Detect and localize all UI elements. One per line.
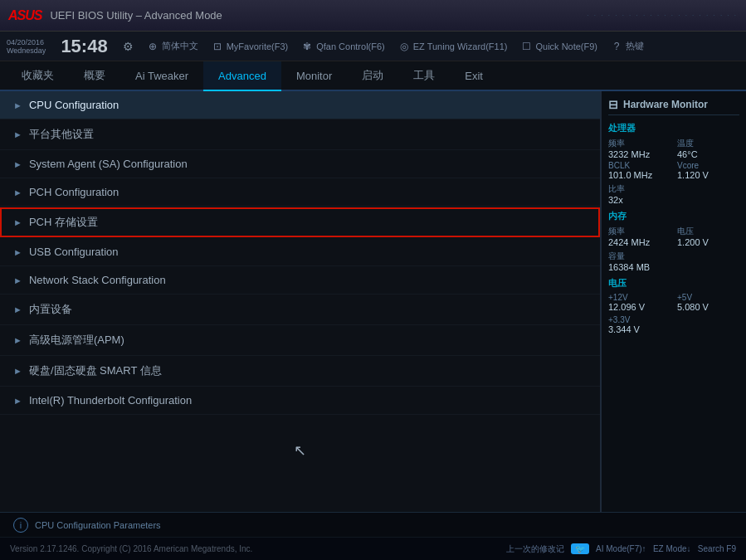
nav-tabs: 收藏夹 概要 Ai Tweaker Advanced Monitor 启动 工具… xyxy=(0,61,746,91)
hw-5v-label: +5V xyxy=(677,293,739,302)
hw-mem-volt-label: 电压 xyxy=(677,226,739,237)
menu-item-system-agent[interactable]: ► System Agent (SA) Configuration xyxy=(0,150,600,178)
menu-item-pch-config[interactable]: ► PCH Configuration xyxy=(0,178,600,207)
info-bar: 04/20/2016 Wednesday 15:48 ⚙ ⊕ 简体中文 ⊡ My… xyxy=(0,32,746,61)
menu-item-label: Intel(R) Thunderbolt Configuration xyxy=(29,394,192,407)
bulb-icon: ◎ xyxy=(398,41,410,52)
hw-ratio-block: 比率 32x xyxy=(608,183,739,205)
arrow-icon: ► xyxy=(13,335,22,345)
monitor-sidebar-icon: ⊟ xyxy=(608,98,618,111)
day-label: Wednesday xyxy=(7,46,46,55)
tab-advanced[interactable]: Advanced xyxy=(203,61,281,91)
menu-item-label: CPU Configuration xyxy=(29,99,119,111)
hw-freq-value: 3232 MHz xyxy=(608,149,670,159)
arrow-icon: ► xyxy=(13,247,22,257)
menu-item-builtin[interactable]: ► 内置设备 xyxy=(0,295,600,325)
hw-vcore-label: Vcore xyxy=(677,161,739,170)
menu-item-label: 高级电源管理(APM) xyxy=(29,333,124,348)
menu-item-cpu-config[interactable]: ► CPU Configuration xyxy=(0,91,600,119)
info-icon: i xyxy=(13,518,28,533)
asus-logo: ASUS xyxy=(8,8,41,23)
hw-memory-title: 内存 xyxy=(608,210,739,222)
hw-mem-freq-label: 频率 xyxy=(608,226,670,237)
hw-mem-volt-value: 1.200 V xyxy=(677,237,739,247)
hw-monitor-panel: ⊟ Hardware Monitor 处理器 频率 3232 MHz 温度 46… xyxy=(601,91,746,512)
tab-favorites[interactable]: 收藏夹 xyxy=(7,61,69,91)
menu-item-label: 平台其他设置 xyxy=(29,127,94,142)
qfan-button[interactable]: ✾ Qfan Control(F6) xyxy=(301,41,385,52)
main-layout: ► CPU Configuration ► 平台其他设置 ► System Ag… xyxy=(0,91,746,512)
arrow-icon: ► xyxy=(13,129,22,139)
hw-cap-block: 容量 16384 MB xyxy=(608,251,739,272)
note-icon: ☐ xyxy=(520,41,532,52)
tab-tools[interactable]: 工具 xyxy=(398,61,450,91)
date-block: 04/20/2016 Wednesday xyxy=(7,38,46,55)
menu-item-label: 内置设备 xyxy=(29,302,72,317)
arrow-icon: ► xyxy=(13,396,22,406)
time-display: 15:48 xyxy=(61,37,107,56)
tab-overview[interactable]: 概要 xyxy=(69,61,120,91)
menu-item-usb[interactable]: ► USB Configuration xyxy=(0,238,600,266)
hw-freq-label: 频率 xyxy=(608,138,670,149)
hw-vcore-value: 1.120 V xyxy=(677,170,739,180)
tab-monitor[interactable]: Monitor xyxy=(281,61,347,91)
footer-right: 上一次的修改记 🐦 AI Mode(F7)↑ EZ Mode↓ Search F… xyxy=(506,543,736,555)
quick-note-button[interactable]: ☐ Quick Note(F9) xyxy=(520,41,597,52)
hw-monitor-title: ⊟ Hardware Monitor xyxy=(608,98,739,115)
menu-item-smart[interactable]: ► 硬盘/固态硬盘 SMART 信息 xyxy=(0,356,600,387)
tab-boot[interactable]: 启动 xyxy=(347,61,398,91)
menu-item-thunderbolt[interactable]: ► Intel(R) Thunderbolt Configuration xyxy=(0,387,600,415)
ez-tuning-button[interactable]: ◎ EZ Tuning Wizard(F11) xyxy=(398,41,508,52)
hw-bclk-value: 101.0 MHz xyxy=(608,170,670,180)
hotkey-button[interactable]: ? 热键 xyxy=(611,40,644,52)
hw-ratio-value: 32x xyxy=(608,195,739,205)
arrow-icon: ► xyxy=(13,159,22,169)
menu-item-network-stack[interactable]: ► Network Stack Configuration xyxy=(0,266,600,295)
arrow-icon: ► xyxy=(13,304,22,314)
menu-item-label: USB Configuration xyxy=(29,246,119,258)
hw-ratio-label: 比率 xyxy=(608,183,739,195)
arrow-icon: ► xyxy=(13,366,22,376)
lang-selector[interactable]: ⊕ 简体中文 xyxy=(147,40,198,52)
hw-33v-block: +3.3V 3.344 V xyxy=(608,315,739,334)
hw-voltage-grid: +12V 12.096 V +5V 5.080 V xyxy=(608,293,739,312)
menu-item-pch-storage[interactable]: ► PCH 存储设置 xyxy=(0,207,600,237)
question-icon: ? xyxy=(611,41,622,52)
fan-icon: ✾ xyxy=(301,41,313,52)
menu-item-label: PCH Configuration xyxy=(29,186,119,198)
header-title: UEFI BIOS Utility – Advanced Mode xyxy=(50,9,222,22)
arrow-icon: ► xyxy=(13,217,22,227)
arrow-icon: ► xyxy=(13,187,22,197)
hw-voltage-title: 电压 xyxy=(608,277,739,290)
hw-bclk-label: BCLK xyxy=(608,161,670,170)
footer: Version 2.17.1246. Copyright (C) 2016 Am… xyxy=(0,537,746,560)
twitter-badge: 🐦 xyxy=(571,543,589,554)
hw-cap-label: 容量 xyxy=(608,251,739,262)
monitor-icon: ⊡ xyxy=(212,41,223,52)
save-hint-text: 上一次的修改记 xyxy=(506,543,564,555)
hw-33v-value: 3.344 V xyxy=(608,324,739,334)
tab-ai-tweaker[interactable]: Ai Tweaker xyxy=(120,61,203,91)
hw-processor-grid: 频率 3232 MHz 温度 46°C BCLK 101.0 MHz Vcore… xyxy=(608,138,739,180)
hw-temp-label: 温度 xyxy=(677,138,739,149)
menu-item-label: 硬盘/固态硬盘 SMART 信息 xyxy=(29,363,162,378)
hw-5v-value: 5.080 V xyxy=(677,302,739,312)
arrow-icon: ► xyxy=(13,275,22,285)
status-bar: i CPU Configuration Parameters xyxy=(0,512,746,537)
menu-item-apm[interactable]: ► 高级电源管理(APM) xyxy=(0,325,600,356)
hw-12v-label: +12V xyxy=(608,293,670,302)
globe-icon: ⊕ xyxy=(147,41,158,52)
hw-12v-value: 12.096 V xyxy=(608,302,670,312)
hw-cap-value: 16384 MB xyxy=(608,262,739,272)
hw-processor-title: 处理器 xyxy=(608,122,739,134)
gear-icon[interactable]: ⚙ xyxy=(123,40,134,53)
hw-temp-value: 46°C xyxy=(677,149,739,159)
arrow-icon: ► xyxy=(13,100,22,110)
myfav-button[interactable]: ⊡ MyFavorite(F3) xyxy=(212,41,289,52)
tab-exit[interactable]: Exit xyxy=(450,61,498,91)
menu-item-platform[interactable]: ► 平台其他设置 xyxy=(0,119,600,150)
date-label: 04/20/2016 xyxy=(7,38,46,46)
menu-item-label: PCH 存储设置 xyxy=(29,215,98,230)
hw-33v-label: +3.3V xyxy=(608,315,739,324)
menu-area: ► CPU Configuration ► 平台其他设置 ► System Ag… xyxy=(0,91,601,512)
